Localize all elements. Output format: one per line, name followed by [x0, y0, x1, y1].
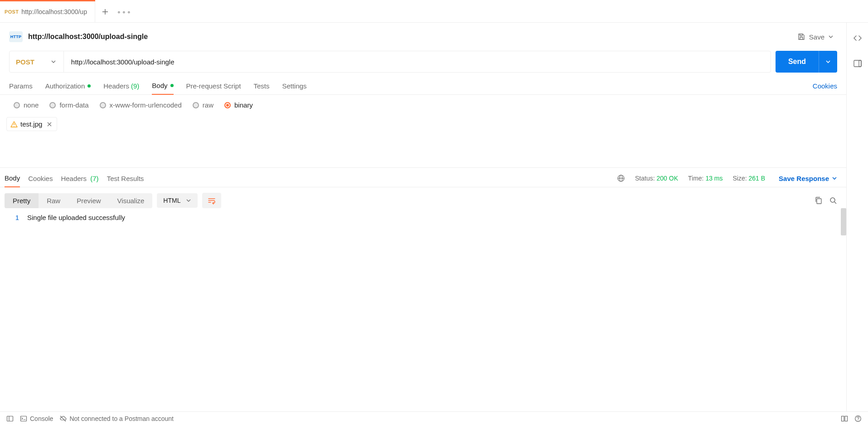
radio-icon	[100, 102, 106, 108]
remove-file-button[interactable]	[46, 121, 53, 128]
resp-tab-headers[interactable]: Headers (7)	[61, 175, 98, 187]
url-box: POST http://localhost:3000/upload-single	[9, 51, 771, 73]
svg-point-5	[830, 198, 835, 202]
panel-icon[interactable]	[853, 59, 862, 68]
svg-rect-7	[21, 416, 27, 421]
tab-headers[interactable]: Headers (9)	[103, 82, 139, 94]
svg-rect-0	[854, 60, 861, 67]
help-button[interactable]	[854, 415, 862, 422]
tab-params[interactable]: Params	[9, 82, 33, 94]
format-dropdown[interactable]: HTML	[157, 193, 198, 208]
resp-tab-body[interactable]: Body	[5, 174, 20, 187]
right-rail	[846, 23, 868, 411]
save-response-button[interactable]: Save Response	[779, 175, 837, 187]
chevron-down-icon	[832, 176, 837, 181]
resp-tab-cookies[interactable]: Cookies	[28, 175, 53, 187]
request-name[interactable]: http://localhost:3000/upload-single	[28, 33, 148, 41]
response-time[interactable]: Time: 13 ms	[688, 175, 723, 182]
file-name: test.jpg	[20, 120, 42, 128]
method-select[interactable]: POST	[10, 51, 64, 72]
copy-icon	[815, 196, 823, 205]
svg-rect-8	[842, 416, 844, 421]
response-content: Single file uploaded successfully	[27, 213, 846, 411]
response-body-viewer[interactable]: 1 Single file uploaded successfully	[0, 208, 846, 411]
search-icon	[829, 196, 837, 205]
network-icon[interactable]	[617, 174, 625, 182]
request-tab[interactable]: POST http://localhost:3000/up	[0, 1, 95, 22]
scrollbar[interactable]	[841, 208, 846, 235]
chevron-down-icon	[186, 198, 191, 203]
status-bar: Console Not connected to a Postman accou…	[0, 411, 868, 425]
save-button[interactable]: Save	[794, 30, 837, 44]
code-icon[interactable]	[853, 34, 862, 43]
tab-settings[interactable]: Settings	[282, 82, 306, 94]
tab-tests[interactable]: Tests	[253, 82, 269, 94]
file-chip[interactable]: test.jpg	[6, 117, 57, 131]
request-tabs: Params Authorization Headers (9) Body Pr…	[0, 73, 846, 95]
plus-icon	[102, 8, 109, 15]
tab-method-badge: POST	[5, 9, 19, 15]
seg-pretty[interactable]: Pretty	[5, 193, 39, 208]
tab-title: http://localhost:3000/up	[21, 8, 87, 15]
layout-button[interactable]	[841, 415, 848, 422]
tabs-bar: POST http://localhost:3000/up ∘∘∘	[0, 1, 868, 23]
view-controls: Pretty Raw Preview Visualize HTML	[0, 187, 846, 208]
radio-icon	[224, 102, 231, 108]
radio-binary[interactable]: binary	[224, 101, 253, 109]
new-tab-button[interactable]	[95, 1, 115, 22]
radio-none[interactable]: none	[14, 101, 39, 109]
wrap-icon	[208, 196, 216, 205]
tab-overflow-button[interactable]: ∘∘∘	[115, 8, 133, 15]
radio-form-data[interactable]: form-data	[49, 101, 88, 109]
panel-icon	[6, 415, 14, 422]
sidebar-toggle-button[interactable]	[6, 415, 14, 422]
resp-tab-test-results[interactable]: Test Results	[107, 175, 144, 187]
cookies-link[interactable]: Cookies	[813, 82, 837, 94]
response-size[interactable]: Size: 261 B	[733, 175, 766, 182]
method-label: POST	[16, 58, 34, 66]
account-status[interactable]: Not connected to a Postman account	[59, 415, 174, 422]
file-chip-row: test.jpg	[0, 109, 846, 131]
url-input[interactable]: http://localhost:3000/upload-single	[64, 51, 771, 72]
chevron-down-icon	[828, 34, 834, 39]
chevron-down-icon	[825, 59, 831, 64]
tab-prerequest[interactable]: Pre-request Script	[186, 82, 241, 94]
console-icon	[20, 415, 27, 422]
warning-icon	[10, 121, 18, 128]
svg-rect-9	[845, 416, 848, 421]
copy-button[interactable]	[815, 196, 823, 205]
send-button[interactable]: Send	[776, 51, 819, 73]
cloud-off-icon	[59, 415, 67, 422]
radio-urlencoded[interactable]: x-www-form-urlencoded	[100, 101, 182, 109]
seg-preview[interactable]: Preview	[68, 193, 109, 208]
search-button[interactable]	[829, 196, 837, 205]
radio-icon	[49, 102, 56, 108]
status-code[interactable]: Status: 200 OK	[635, 175, 678, 182]
response-status: Status: 200 OK Time: 13 ms Size: 261 B	[617, 174, 765, 187]
svg-rect-6	[7, 416, 13, 421]
radio-icon	[14, 102, 20, 108]
svg-rect-4	[817, 199, 821, 204]
console-button[interactable]: Console	[20, 415, 53, 422]
svg-rect-1	[859, 60, 861, 67]
chevron-down-icon	[51, 59, 56, 64]
radio-raw[interactable]: raw	[193, 101, 213, 109]
http-badge-icon: HTTP	[9, 31, 23, 42]
tab-body[interactable]: Body	[152, 82, 173, 95]
more-icon: ∘∘∘	[117, 8, 132, 15]
seg-visualize[interactable]: Visualize	[109, 193, 153, 208]
body-type-options: none form-data x-www-form-urlencoded raw…	[0, 95, 846, 109]
line-gutter: 1	[0, 213, 27, 411]
seg-raw[interactable]: Raw	[39, 193, 68, 208]
dot-indicator-icon	[170, 84, 174, 87]
close-icon	[46, 121, 53, 128]
wrap-lines-button[interactable]	[202, 193, 221, 208]
tab-authorization[interactable]: Authorization	[45, 82, 91, 94]
response-tabs: Body Cookies Headers (7) Test Results St…	[0, 168, 846, 187]
dot-indicator-icon	[87, 84, 91, 88]
request-header: HTTP http://localhost:3000/upload-single…	[0, 23, 846, 48]
url-row: POST http://localhost:3000/upload-single…	[0, 48, 846, 73]
send-dropdown[interactable]	[819, 51, 837, 73]
save-icon	[797, 33, 805, 41]
view-mode-segment: Pretty Raw Preview Visualize	[5, 193, 152, 208]
